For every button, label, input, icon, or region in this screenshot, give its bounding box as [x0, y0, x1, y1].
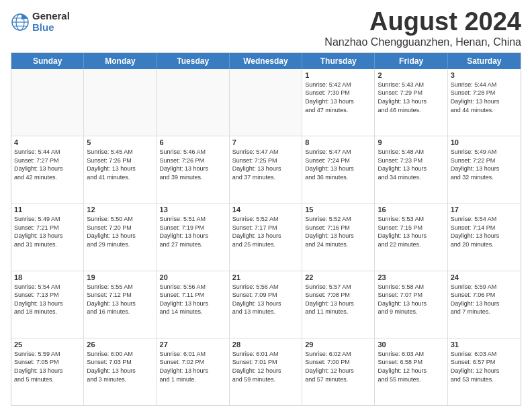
day-number: 8	[305, 138, 371, 146]
day-number: 17	[451, 205, 518, 214]
day-number: 3	[451, 71, 518, 79]
day-info: Sunrise: 6:01 AMSunset: 7:01 PMDaylight:…	[232, 350, 299, 383]
day-info: Sunrise: 6:00 AMSunset: 7:03 PMDaylight:…	[87, 350, 153, 383]
day-number: 20	[160, 273, 226, 281]
title-block: August 2024 Nanzhao Chengguanzhen, Henan…	[324, 8, 521, 48]
cal-cell: 8Sunrise: 5:47 AMSunset: 7:24 PMDaylight…	[302, 136, 375, 203]
cal-cell: 17Sunrise: 5:54 AMSunset: 7:14 PMDayligh…	[448, 203, 521, 270]
cal-cell: 2Sunrise: 5:43 AMSunset: 7:29 PMDaylight…	[375, 69, 447, 136]
day-number: 29	[305, 340, 371, 349]
day-info: Sunrise: 6:03 AMSunset: 6:57 PMDaylight:…	[451, 350, 518, 383]
cal-header-monday: Monday	[84, 53, 157, 69]
cal-cell: 14Sunrise: 5:52 AMSunset: 7:17 PMDayligh…	[230, 203, 302, 270]
cal-header-friday: Friday	[375, 53, 447, 69]
cal-cell: 20Sunrise: 5:56 AMSunset: 7:11 PMDayligh…	[157, 271, 230, 338]
day-info: Sunrise: 5:51 AMSunset: 7:19 PMDaylight:…	[160, 215, 226, 248]
logo-icon	[11, 13, 30, 32]
day-info: Sunrise: 5:52 AMSunset: 7:17 PMDaylight:…	[232, 215, 299, 248]
cal-cell: 22Sunrise: 5:57 AMSunset: 7:08 PMDayligh…	[302, 271, 375, 338]
cal-week-1: 1Sunrise: 5:42 AMSunset: 7:30 PMDaylight…	[11, 69, 521, 136]
cal-cell: 16Sunrise: 5:53 AMSunset: 7:15 PMDayligh…	[375, 203, 447, 270]
day-number: 25	[14, 340, 81, 349]
day-number: 19	[87, 273, 153, 281]
cal-cell: 27Sunrise: 6:01 AMSunset: 7:02 PMDayligh…	[157, 338, 230, 405]
day-info: Sunrise: 6:03 AMSunset: 6:58 PMDaylight:…	[378, 350, 444, 383]
month-title: August 2024	[324, 8, 521, 36]
day-info: Sunrise: 5:58 AMSunset: 7:07 PMDaylight:…	[378, 283, 444, 316]
day-info: Sunrise: 5:47 AMSunset: 7:25 PMDaylight:…	[232, 148, 299, 181]
day-number: 2	[378, 71, 444, 79]
cal-cell: 18Sunrise: 5:54 AMSunset: 7:13 PMDayligh…	[11, 271, 84, 338]
day-number: 16	[378, 205, 444, 214]
day-info: Sunrise: 5:49 AMSunset: 7:22 PMDaylight:…	[451, 148, 518, 181]
day-number: 15	[305, 205, 371, 214]
calendar-header-row: SundayMondayTuesdayWednesdayThursdayFrid…	[11, 53, 521, 69]
day-number: 10	[451, 138, 518, 146]
logo-text: General Blue	[32, 11, 70, 33]
cal-cell: 28Sunrise: 6:01 AMSunset: 7:01 PMDayligh…	[230, 338, 302, 405]
day-info: Sunrise: 5:56 AMSunset: 7:11 PMDaylight:…	[160, 283, 226, 316]
day-info: Sunrise: 5:56 AMSunset: 7:09 PMDaylight:…	[232, 283, 299, 316]
day-info: Sunrise: 5:54 AMSunset: 7:14 PMDaylight:…	[451, 215, 518, 248]
day-info: Sunrise: 5:46 AMSunset: 7:26 PMDaylight:…	[160, 148, 226, 181]
day-number: 12	[87, 205, 153, 214]
cal-cell: 30Sunrise: 6:03 AMSunset: 6:58 PMDayligh…	[375, 338, 447, 405]
day-info: Sunrise: 5:53 AMSunset: 7:15 PMDaylight:…	[378, 215, 444, 248]
cal-cell	[230, 69, 302, 136]
cal-header-thursday: Thursday	[302, 53, 375, 69]
logo-blue-text: Blue	[32, 22, 70, 34]
day-number: 30	[378, 340, 444, 349]
day-info: Sunrise: 5:52 AMSunset: 7:16 PMDaylight:…	[305, 215, 371, 248]
cal-week-4: 18Sunrise: 5:54 AMSunset: 7:13 PMDayligh…	[11, 271, 521, 338]
cal-cell: 25Sunrise: 5:59 AMSunset: 7:05 PMDayligh…	[11, 338, 84, 405]
day-number: 24	[451, 273, 518, 281]
cal-week-3: 11Sunrise: 5:49 AMSunset: 7:21 PMDayligh…	[11, 203, 521, 271]
day-info: Sunrise: 6:02 AMSunset: 7:00 PMDaylight:…	[305, 350, 371, 383]
logo: General Blue	[11, 11, 70, 33]
page: General Blue August 2024 Nanzhao Chenggu…	[0, 0, 532, 411]
day-info: Sunrise: 5:42 AMSunset: 7:30 PMDaylight:…	[305, 81, 371, 114]
day-number: 18	[14, 273, 81, 281]
day-number: 5	[87, 138, 153, 146]
cal-week-2: 4Sunrise: 5:44 AMSunset: 7:27 PMDaylight…	[11, 136, 521, 203]
day-info: Sunrise: 5:44 AMSunset: 7:28 PMDaylight:…	[451, 81, 518, 114]
day-number: 1	[305, 71, 371, 79]
day-info: Sunrise: 5:45 AMSunset: 7:26 PMDaylight:…	[87, 148, 153, 181]
day-info: Sunrise: 5:55 AMSunset: 7:12 PMDaylight:…	[87, 283, 153, 316]
day-info: Sunrise: 5:47 AMSunset: 7:24 PMDaylight:…	[305, 148, 371, 181]
day-number: 14	[232, 205, 299, 214]
location-title: Nanzhao Chengguanzhen, Henan, China	[324, 36, 521, 48]
day-number: 23	[378, 273, 444, 281]
cal-cell: 15Sunrise: 5:52 AMSunset: 7:16 PMDayligh…	[302, 203, 375, 270]
cal-cell: 10Sunrise: 5:49 AMSunset: 7:22 PMDayligh…	[448, 136, 521, 203]
day-number: 9	[378, 138, 444, 146]
cal-cell: 23Sunrise: 5:58 AMSunset: 7:07 PMDayligh…	[375, 271, 447, 338]
day-number: 28	[232, 340, 299, 349]
day-info: Sunrise: 5:59 AMSunset: 7:06 PMDaylight:…	[451, 283, 518, 316]
cal-cell: 21Sunrise: 5:56 AMSunset: 7:09 PMDayligh…	[230, 271, 302, 338]
day-info: Sunrise: 5:44 AMSunset: 7:27 PMDaylight:…	[14, 148, 81, 181]
cal-cell: 4Sunrise: 5:44 AMSunset: 7:27 PMDaylight…	[11, 136, 84, 203]
day-number: 22	[305, 273, 371, 281]
cal-header-tuesday: Tuesday	[157, 53, 230, 69]
cal-cell: 1Sunrise: 5:42 AMSunset: 7:30 PMDaylight…	[302, 69, 375, 136]
day-info: Sunrise: 5:54 AMSunset: 7:13 PMDaylight:…	[14, 283, 81, 316]
cal-cell: 6Sunrise: 5:46 AMSunset: 7:26 PMDaylight…	[157, 136, 230, 203]
day-number: 27	[160, 340, 226, 349]
cal-header-saturday: Saturday	[448, 53, 521, 69]
cal-cell: 9Sunrise: 5:48 AMSunset: 7:23 PMDaylight…	[375, 136, 447, 203]
calendar-body: 1Sunrise: 5:42 AMSunset: 7:30 PMDaylight…	[11, 69, 521, 405]
cal-week-5: 25Sunrise: 5:59 AMSunset: 7:05 PMDayligh…	[11, 338, 521, 405]
cal-cell: 13Sunrise: 5:51 AMSunset: 7:19 PMDayligh…	[157, 203, 230, 270]
day-number: 6	[160, 138, 226, 146]
cal-cell	[157, 69, 230, 136]
cal-cell	[84, 69, 157, 136]
day-number: 21	[232, 273, 299, 281]
header: General Blue August 2024 Nanzhao Chenggu…	[11, 8, 521, 48]
day-info: Sunrise: 5:50 AMSunset: 7:20 PMDaylight:…	[87, 215, 153, 248]
day-number: 31	[451, 340, 518, 349]
cal-cell: 26Sunrise: 6:00 AMSunset: 7:03 PMDayligh…	[84, 338, 157, 405]
cal-cell: 24Sunrise: 5:59 AMSunset: 7:06 PMDayligh…	[448, 271, 521, 338]
logo-general-text: General	[32, 11, 70, 22]
day-info: Sunrise: 5:59 AMSunset: 7:05 PMDaylight:…	[14, 350, 81, 383]
